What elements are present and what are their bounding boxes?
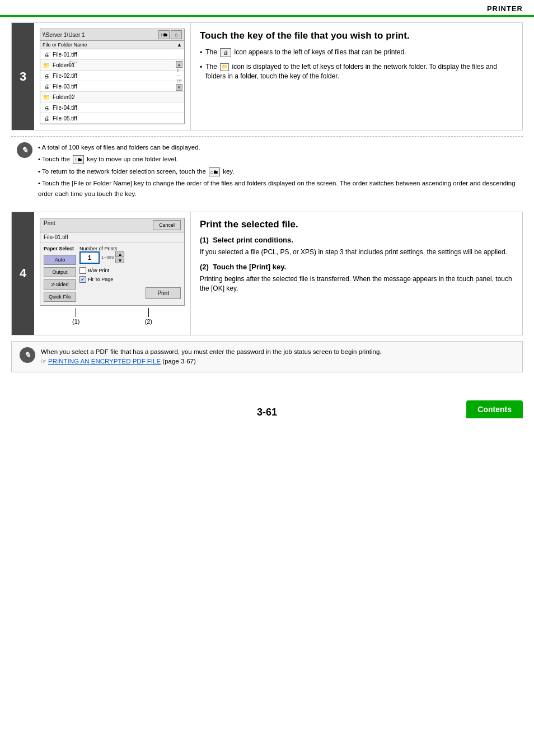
- note-line-4: • Touch the [File or Folder Name] key to…: [38, 178, 517, 199]
- fb-row-file3[interactable]: 🖨 File-03.tiff: [40, 81, 184, 92]
- file-inline-icon: 🖨: [220, 48, 231, 57]
- callout-1: (1): [72, 308, 79, 325]
- step4-sub1: (1) Select print conditions. If you sele…: [200, 236, 513, 257]
- pd-right-col: Number of Prints 1 1~999 ▲ ▼: [79, 246, 181, 302]
- page-header: PRINTER: [0, 0, 534, 17]
- pd-fitpage-label: Fit To Page: [88, 277, 113, 282]
- note-line-2: • Touch the ↑🖿 key to move up one folder…: [38, 154, 517, 164]
- header-title: PRINTER: [487, 4, 523, 13]
- scroll-up-btn[interactable]: ▲: [176, 61, 182, 68]
- pd-num-prints: Number of Prints 1 1~999 ▲ ▼: [79, 246, 181, 264]
- file-icon-1: 🖨: [43, 50, 50, 58]
- step4-left: Print Cancel File-01.tiff Paper Select A…: [34, 212, 191, 335]
- pd-fitpage-checkbox[interactable]: ✓: [79, 276, 86, 283]
- step4-number: 4: [12, 212, 34, 335]
- fb-row-folder1[interactable]: 📁 Folder01 ☞: [40, 60, 184, 71]
- bullet-item-2: • The 📁 icon is displayed to the left of…: [200, 62, 513, 81]
- pd-quickfile-btn[interactable]: Quick File: [44, 292, 76, 302]
- pd-options-row: B/W Print: [79, 267, 181, 274]
- page-number: 3-61: [182, 407, 353, 418]
- pd-num-label: Number of Prints: [79, 246, 124, 251]
- file-icon-4: 🖨: [43, 104, 50, 111]
- step4-sub1-text: If you selected a file (PCL, PS, or XPS)…: [200, 248, 513, 257]
- scroll-fraction: 1─15: [177, 68, 182, 83]
- fb-up-btn[interactable]: ↑🖿: [158, 30, 170, 39]
- fb-row-file5[interactable]: 🖨 File-05.tiff: [40, 113, 184, 124]
- callout-2: (2): [145, 308, 152, 325]
- folder-inline-icon: 📁: [220, 63, 229, 71]
- bottom-note-icon-ref: ☞: [41, 358, 48, 365]
- pd-num-input[interactable]: 1: [79, 251, 100, 264]
- bottom-note-icon: ✎: [20, 347, 35, 363]
- pd-print-btn[interactable]: Print: [146, 287, 181, 299]
- file-icon-2: 🖨: [43, 72, 50, 80]
- fb-title-bar: \\Server 1\User 1 ↑🖿 ⌂: [40, 29, 184, 41]
- step4-sub2-num: (2): [200, 263, 209, 271]
- footer-right: Contents: [352, 400, 523, 418]
- step3-right: Touch the key of the file that you wish …: [191, 23, 522, 130]
- callout-label-1: (1): [72, 318, 79, 325]
- note-line-3: • To return to the network folder select…: [38, 166, 517, 176]
- fb-row-file1[interactable]: 🖨 File-01.tiff: [40, 49, 184, 60]
- fb-row-file4[interactable]: 🖨 File-04.tiff: [40, 102, 184, 113]
- pd-output-btn[interactable]: Output: [44, 267, 76, 277]
- fb-row-folder2[interactable]: 📁 Folder02: [40, 92, 184, 102]
- pd-fitpage-option: ✓ Fit To Page: [79, 276, 113, 283]
- step3-number: 3: [12, 23, 34, 130]
- step3-title: Touch the key of the file that you wish …: [200, 30, 513, 42]
- step3-bullets: • The 🖨 icon appears to the left of keys…: [200, 48, 513, 81]
- bottom-note-link[interactable]: PRINTING AN ENCRYPTED PDF FILE: [48, 358, 161, 365]
- bottom-note-main: When you select a PDF file that has a pa…: [41, 348, 382, 355]
- bottom-note: ✎ When you select a PDF file that has a …: [11, 341, 523, 373]
- main-content: 3 \\Server 1\User 1 ↑🖿 ⌂ File or Folder …: [0, 17, 534, 384]
- step4-sub1-num: (1): [200, 236, 209, 244]
- folder-icon-2: 📁: [43, 93, 50, 101]
- folder-icon-1: 📁: [43, 61, 50, 69]
- callout-line-2: [148, 308, 149, 317]
- page-footer: 3-61 Contents: [0, 395, 534, 424]
- pd-title: Print: [44, 220, 55, 230]
- notes-text-step3: • A total of 100 keys of files and folde…: [38, 142, 517, 200]
- bottom-note-text: When you select a PDF file that has a pa…: [41, 347, 382, 367]
- pd-print-btn-row: Print: [79, 285, 181, 299]
- pd-bwprint-option: B/W Print: [79, 267, 109, 274]
- pd-body: Paper Select Auto Output 2-Sided Quick F…: [40, 242, 184, 305]
- step4-sub2-text: Printing begins after the selected file …: [200, 274, 513, 293]
- callout-label-2: (2): [145, 318, 152, 325]
- pd-auto-btn[interactable]: Auto: [44, 255, 76, 265]
- fb-path: \\Server 1\User 1: [43, 32, 85, 38]
- file-icon-5: 🖨: [43, 114, 50, 122]
- pd-fitpage-row: ✓ Fit To Page: [79, 276, 181, 283]
- scroll-down-btn[interactable]: ▼: [176, 84, 182, 91]
- bullet-dot-1: •: [200, 48, 202, 58]
- pd-bwprint-label: B/W Print: [88, 268, 109, 273]
- bullet-dot-2: •: [200, 63, 202, 72]
- bullet-item-1: • The 🖨 icon appears to the left of keys…: [200, 48, 513, 58]
- file-icon-3: 🖨: [43, 82, 50, 90]
- step4-sub2: (2) Touch the [Print] key. Printing begi…: [200, 263, 513, 293]
- scroll-indicator: ▲ 1─15 ▼: [176, 61, 182, 91]
- print-dialog: Print Cancel File-01.tiff Paper Select A…: [40, 218, 185, 306]
- file-browser: \\Server 1\User 1 ↑🖿 ⌂ File or Folder Na…: [40, 29, 185, 124]
- pd-twosided-btn[interactable]: 2-Sided: [44, 279, 76, 290]
- step4-section: 4 Print Cancel File-01.tiff Paper Select…: [11, 212, 523, 335]
- callout-line-1: [76, 308, 76, 317]
- step3-section: 3 \\Server 1\User 1 ↑🖿 ⌂ File or Folder …: [11, 22, 523, 130]
- pd-arrow-btns: ▲ ▼: [115, 251, 124, 263]
- step3-left: \\Server 1\User 1 ↑🖿 ⌂ File or Folder Na…: [34, 23, 191, 130]
- fb-col-header[interactable]: File or Folder Name ▲: [40, 41, 184, 49]
- pd-title-bar: Print Cancel: [40, 218, 184, 232]
- pd-num-down[interactable]: ▼: [115, 258, 124, 263]
- callout-row: (1) (2): [40, 306, 185, 329]
- home-icon: ⌂🖿: [209, 167, 220, 176]
- pd-num-control: 1 1~999 ▲ ▼: [79, 251, 124, 264]
- pd-bwprint-checkbox[interactable]: [79, 267, 86, 274]
- step4-main-title: Print the selected file.: [200, 219, 513, 230]
- contents-button[interactable]: Contents: [466, 400, 523, 418]
- pd-num-up[interactable]: ▲: [115, 251, 124, 257]
- note-line-1: • A total of 100 keys of files and folde…: [38, 142, 517, 152]
- pd-cancel-btn[interactable]: Cancel: [153, 220, 181, 230]
- fb-home-btn[interactable]: ⌂: [171, 30, 182, 39]
- fb-row-file2[interactable]: 🖨 File-02.tiff: [40, 71, 184, 81]
- pd-file-name: File-01.tiff: [40, 232, 184, 242]
